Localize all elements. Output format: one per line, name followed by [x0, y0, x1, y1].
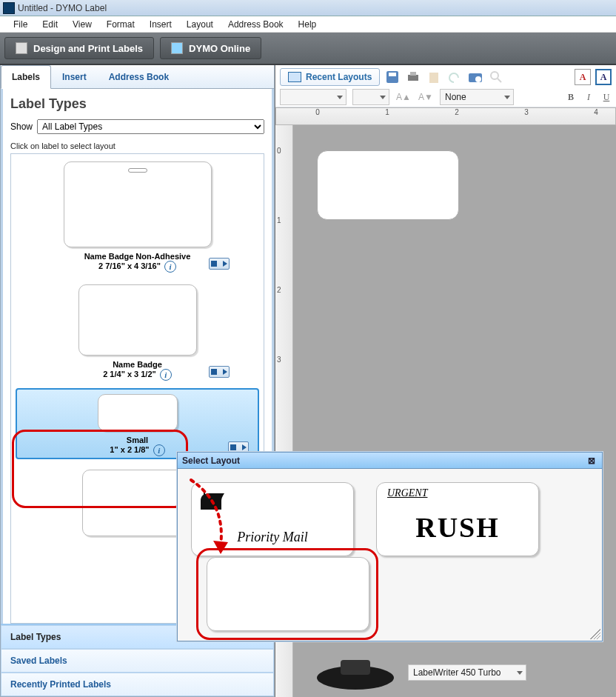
italic-button[interactable]: I — [583, 92, 594, 103]
badge-slot-icon — [128, 168, 147, 173]
label-type-filter[interactable]: All Label Types — [37, 119, 264, 134]
increase-font-icon: A▲ — [395, 89, 412, 105]
svg-rect-4 — [429, 73, 438, 83]
menu-bar: File Edit View Format Insert Layout Addr… — [0, 16, 616, 33]
layout-option-rush[interactable]: URGENT RUSH — [376, 482, 539, 556]
svg-rect-12 — [341, 660, 370, 675]
highlight-color-icon[interactable]: A — [595, 69, 612, 85]
menu-insert[interactable]: Insert — [142, 17, 179, 32]
menu-file[interactable]: File — [6, 17, 35, 32]
design-toolbar: Recent Layouts A A A▲ A▼ None — [275, 65, 616, 107]
label-item-small[interactable]: Small 1" x 2 1/8" i — [16, 388, 259, 459]
search-icon — [488, 69, 504, 85]
show-label: Show — [10, 121, 33, 132]
svg-line-8 — [498, 79, 501, 82]
printer-selector: LabelWriter 450 Turbo — [307, 654, 526, 691]
tab-insert[interactable]: Insert — [51, 65, 98, 88]
svg-rect-1 — [389, 73, 396, 76]
title-bar: Untitled - DYMO Label — [0, 0, 616, 16]
ribbon: Design and Print Labels DYMO Online — [0, 33, 616, 65]
globe-icon — [171, 42, 183, 54]
layout-option-priority-mail[interactable]: Priority Mail — [191, 482, 354, 556]
horizontal-ruler: 0 1 2 3 4 — [275, 107, 616, 125]
svg-rect-3 — [410, 72, 416, 76]
instruction-text: Click on label to select layout — [10, 141, 264, 150]
font-color-icon[interactable]: A — [575, 69, 591, 85]
font-family-dropdown[interactable] — [280, 89, 346, 105]
svg-point-7 — [491, 72, 498, 79]
accordion-recent-labels[interactable]: Recently Printed Labels — [1, 673, 274, 696]
layout-option-blank[interactable] — [207, 557, 369, 631]
menu-format[interactable]: Format — [99, 17, 142, 32]
popup-title: Select Layout — [182, 456, 240, 466]
effects-dropdown[interactable]: None — [440, 89, 514, 105]
decrease-font-icon: A▼ — [418, 89, 434, 105]
bold-button[interactable]: B — [566, 92, 576, 103]
expand-layouts-icon[interactable] — [209, 366, 230, 378]
svg-rect-2 — [408, 75, 418, 81]
underline-button[interactable]: U — [601, 92, 612, 103]
app-icon — [3, 2, 15, 14]
design-print-button[interactable]: Design and Print Labels — [4, 37, 154, 59]
menu-address-book[interactable]: Address Book — [221, 17, 291, 32]
close-icon[interactable]: ⊠ — [586, 455, 597, 467]
font-size-dropdown[interactable] — [352, 89, 389, 105]
label-item-name-badge[interactable]: Name Badge 2 1/4" x 3 1/2" i — [11, 277, 264, 385]
info-icon[interactable]: i — [164, 261, 176, 273]
accordion-saved-labels[interactable]: Saved Labels — [1, 649, 274, 673]
tab-labels[interactable]: Labels — [1, 65, 51, 89]
menu-layout[interactable]: Layout — [179, 17, 221, 32]
menu-help[interactable]: Help — [291, 17, 324, 32]
save-icon[interactable] — [384, 69, 401, 85]
label-item-name-badge-non-adhesive[interactable]: Name Badge Non-Adhesive 2 7/16" x 4 3/16… — [11, 154, 264, 277]
mailbox-icon — [199, 490, 229, 513]
svg-rect-9 — [204, 490, 205, 495]
svg-point-6 — [475, 76, 481, 82]
dymo-online-button[interactable]: DYMO Online — [160, 37, 261, 59]
info-icon[interactable]: i — [153, 444, 165, 456]
camera-icon[interactable] — [467, 69, 483, 85]
panel-title: Label Types — [10, 96, 264, 112]
tab-address-book[interactable]: Address Book — [98, 65, 180, 88]
menu-edit[interactable]: Edit — [35, 17, 65, 32]
paste-icon — [426, 69, 442, 85]
window-title: Untitled - DYMO Label — [18, 3, 107, 13]
info-icon[interactable]: i — [160, 369, 172, 381]
printer-dropdown[interactable]: LabelWriter 450 Turbo — [408, 664, 526, 681]
resize-grip[interactable] — [590, 629, 600, 639]
label-icon — [16, 42, 27, 54]
layout-icon — [288, 72, 301, 82]
undo-icon — [446, 69, 463, 85]
printer-icon — [311, 656, 400, 691]
expand-layouts-icon[interactable] — [209, 258, 230, 270]
label-preview[interactable] — [317, 150, 459, 220]
recent-layouts-button[interactable]: Recent Layouts — [280, 68, 380, 86]
print-icon[interactable] — [405, 69, 421, 85]
menu-view[interactable]: View — [65, 17, 99, 32]
